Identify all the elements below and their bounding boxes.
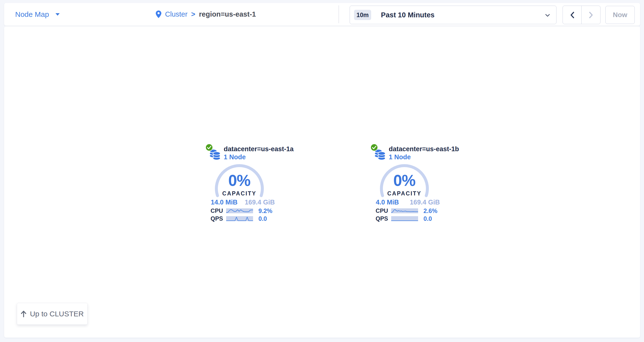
qps-stat-row: QPS 0.0: [206, 216, 276, 221]
qps-label: QPS: [206, 215, 223, 222]
qps-sparkline: [391, 216, 418, 221]
time-range-dropdown[interactable]: 10m Past 10 Minutes: [350, 5, 556, 24]
datacenter-card-us-east-1a[interactable]: datacenter=us-east-1a 1 Node 0% CAPACITY…: [206, 143, 276, 224]
qps-stat-row: QPS 0.0: [370, 216, 441, 221]
capacity-caption: CAPACITY: [214, 190, 265, 197]
caret-down-icon: [56, 13, 60, 16]
chevron-right-icon: [589, 12, 593, 18]
cpu-stat-row: CPU 2.6%: [370, 208, 441, 214]
capacity-total: 169.4 GiB: [245, 199, 275, 206]
capacity-percent: 0%: [214, 171, 265, 190]
time-range-label: Past 10 Minutes: [381, 11, 434, 19]
next-time-button-disabled[interactable]: [582, 6, 600, 24]
capacity-gauge: 0% CAPACITY: [214, 163, 265, 199]
datacenter-node-count[interactable]: 1 Node: [224, 153, 294, 161]
time-range-badge: 10m: [354, 10, 371, 20]
datacenter-title: datacenter=us-east-1b: [389, 145, 459, 153]
breadcrumb-separator: >: [191, 10, 195, 18]
cpu-value: 9.2%: [258, 207, 272, 215]
capacity-values: 4.0 MiB 169.4 GiB: [376, 199, 440, 206]
breadcrumb: Cluster > region=us-east-1: [156, 3, 256, 26]
qps-value: 0.0: [424, 215, 432, 222]
time-pager: [562, 5, 600, 24]
location-pin-icon: [156, 10, 161, 18]
capacity-caption: CAPACITY: [379, 190, 430, 197]
node-map-canvas: [4, 26, 640, 338]
datacenter-node-count[interactable]: 1 Node: [389, 153, 459, 161]
capacity-values: 14.0 MiB 169.4 GiB: [211, 199, 275, 206]
cpu-stat-row: CPU 9.2%: [206, 208, 276, 214]
view-selector-dropdown[interactable]: Node Map: [15, 3, 60, 26]
qps-label: QPS: [370, 215, 388, 222]
datacenter-header: datacenter=us-east-1a 1 Node: [224, 145, 294, 161]
capacity-used: 14.0 MiB: [211, 199, 238, 206]
health-check-icon: [370, 144, 378, 151]
cpu-sparkline: [391, 208, 418, 213]
datacenter-header: datacenter=us-east-1b 1 Node: [389, 145, 459, 161]
qps-value: 0.0: [258, 215, 267, 222]
datacenter-card-us-east-1b[interactable]: datacenter=us-east-1b 1 Node 0% CAPACITY…: [370, 143, 441, 224]
cpu-label: CPU: [206, 207, 223, 214]
previous-time-button[interactable]: [563, 6, 582, 24]
chevron-down-icon: [545, 14, 550, 17]
top-bar: Node Map Cluster > region=us-east-1 10m …: [4, 3, 640, 26]
up-to-cluster-label: Up to CLUSTER: [30, 310, 84, 318]
capacity-percent: 0%: [379, 171, 430, 190]
breadcrumb-current: region=us-east-1: [199, 10, 256, 18]
chevron-left-icon: [570, 12, 574, 18]
cpu-label: CPU: [370, 207, 388, 214]
up-to-cluster-button[interactable]: Up to CLUSTER: [17, 303, 88, 325]
now-button[interactable]: Now: [605, 6, 635, 24]
capacity-total: 169.4 GiB: [410, 199, 440, 206]
capacity-gauge: 0% CAPACITY: [379, 163, 430, 199]
view-selector-label: Node Map: [15, 10, 49, 18]
capacity-used: 4.0 MiB: [376, 199, 399, 206]
arrow-up-icon: [20, 310, 27, 317]
breadcrumb-cluster-link[interactable]: Cluster: [165, 10, 188, 18]
health-check-icon: [206, 144, 213, 151]
qps-sparkline: [226, 216, 253, 221]
datacenter-title: datacenter=us-east-1a: [224, 145, 294, 153]
cpu-value: 2.6%: [424, 207, 438, 215]
cpu-sparkline: [226, 208, 253, 213]
